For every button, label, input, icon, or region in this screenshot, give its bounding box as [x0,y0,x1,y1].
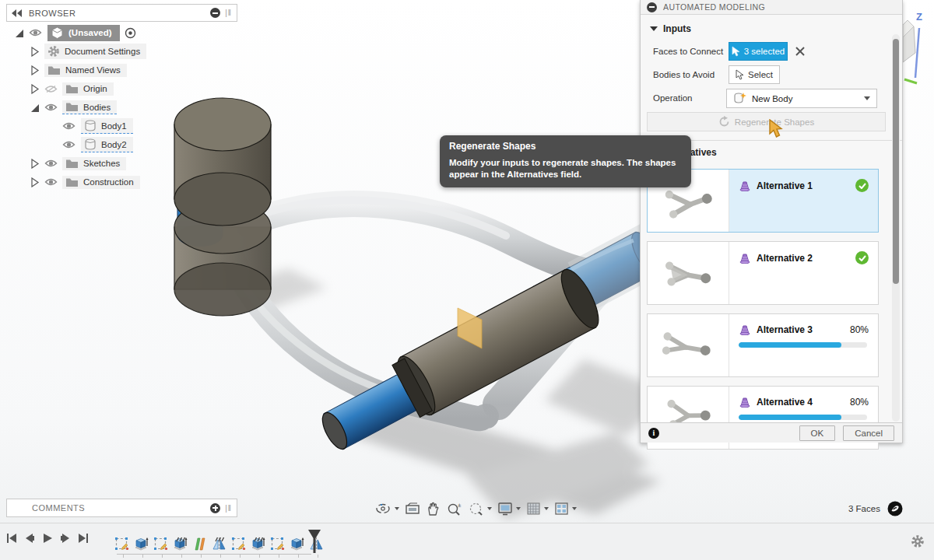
visibility-eye-icon[interactable] [44,103,58,112]
visibility-eye-icon[interactable] [62,121,75,131]
browser-panel-header[interactable]: BROWSER |‖ [6,4,237,22]
fusion-logo-icon[interactable] [887,501,903,516]
tree-label: Document Settings [65,47,140,56]
view-navigation-toolbar: ± [374,499,578,518]
operation-dropdown[interactable]: New Body [726,89,877,108]
info-icon[interactable]: i [648,428,659,439]
visibility-eye-icon[interactable] [44,177,58,187]
dropdown-caret-icon[interactable] [544,507,549,510]
cancel-button[interactable]: Cancel [843,425,894,441]
timeline-feature-mirror-icon[interactable] [211,537,227,551]
tree-row-body1[interactable]: Body1 [62,117,240,135]
collapse-panel-icon[interactable] [12,9,23,17]
clear-selection-icon[interactable] [795,46,806,57]
go-to-end-button[interactable] [78,533,89,544]
timeline-position-marker[interactable] [307,529,321,554]
go-to-start-button[interactable] [6,533,17,544]
viewcube[interactable]: Z [903,6,934,96]
timeline-tick [220,555,221,558]
visibility-eye-icon[interactable] [29,28,42,37]
tree-row-named-views[interactable]: Named Views [30,61,240,79]
timeline-tick [201,555,202,558]
timeline-feature-sketch-icon[interactable] [153,537,169,551]
tree-label: Body1 [101,121,127,131]
timeline-feature-extrude-icon[interactable] [250,537,266,551]
dropdown-caret-icon[interactable] [572,507,577,510]
expander-collapsed-icon[interactable] [30,47,40,57]
browser-grip-icon[interactable]: |‖ [225,9,232,17]
expander-collapsed-icon[interactable] [30,159,40,169]
zoom-window-button[interactable] [467,501,493,517]
folder-icon [65,159,79,169]
panel-header[interactable]: AUTOMATED MODELING [641,0,902,15]
panel-scrollbar[interactable] [892,34,900,422]
tooltip-title: Regenerate Shapes [449,141,682,152]
zoom-window-icon [468,502,484,516]
add-comment-icon[interactable] [210,503,220,513]
timeline-feature-combine-icon[interactable] [191,537,208,551]
display-settings-button[interactable] [497,501,521,516]
viewports-button[interactable] [553,501,578,516]
grid-settings-button[interactable] [525,501,550,516]
alternative-card-2[interactable]: Alternative 2 [647,241,879,305]
document-cube-icon [51,26,64,40]
inputs-section-header[interactable]: Inputs [650,23,691,34]
tree-row-sketches[interactable]: Sketches [30,154,240,173]
zoom-button[interactable]: ± [445,501,463,517]
faces-selected-button[interactable]: 3 selected [729,42,788,61]
visibility-hidden-eye-icon[interactable] [44,84,58,94]
document-selection[interactable]: (Unsaved) [47,25,120,41]
comments-grip-icon[interactable]: |‖ [225,504,232,513]
ok-button[interactable]: OK [799,425,836,441]
timeline-feature-extrude-icon[interactable] [172,537,188,551]
timeline-tick [123,555,124,558]
timeline-feature-sketch-icon[interactable] [230,537,247,551]
expander-collapsed-icon[interactable] [30,177,40,187]
tree-row-body2[interactable]: Body2 [62,135,240,154]
timeline-feature-extrude-icon[interactable] [289,537,305,551]
expander-collapsed-icon[interactable] [30,84,40,94]
dropdown-caret-icon [864,96,870,100]
look-at-button[interactable] [404,501,421,516]
timeline-settings-gear-icon[interactable] [911,534,925,548]
timeline-feature-extrude-icon[interactable] [133,537,149,551]
dropdown-caret-icon[interactable] [516,507,521,510]
visibility-eye-icon[interactable] [44,159,58,168]
timeline-feature-sketch-icon[interactable] [114,537,130,551]
bodies-select-button[interactable]: Select [729,65,780,84]
play-button[interactable] [42,533,53,544]
tree-label: Bodies [83,103,111,112]
orbit-button[interactable] [374,500,400,517]
faces-count-label: 3 Faces [848,504,880,513]
tree-row-construction[interactable]: Construction [30,173,240,191]
tree-row-origin[interactable]: Origin [30,79,240,98]
dropdown-caret-icon[interactable] [395,507,399,510]
tree-row-document-settings[interactable]: Document Settings [30,42,240,61]
alternative-card-3[interactable]: Alternative 3 80% [647,313,879,377]
dropdown-caret-icon[interactable] [487,507,492,510]
step-back-button[interactable] [24,533,35,544]
visibility-eye-icon[interactable] [62,140,75,149]
grid-icon [526,502,541,516]
activate-radio-icon[interactable] [125,27,136,39]
expander-expanded-icon[interactable] [30,103,40,113]
timeline-tick [162,555,163,558]
expander-expanded-icon[interactable] [14,28,24,38]
panel-scrollbar-thumb[interactable] [893,39,899,284]
tree-row-bodies[interactable]: Bodies [30,98,240,117]
minimize-panel-icon[interactable] [647,2,657,12]
selection-status: 3 Faces [848,501,903,516]
regenerate-shapes-button[interactable]: Regenerate Shapes [647,112,886,131]
comments-title: COMMENTS [32,503,210,513]
tree-row-document[interactable]: (Unsaved) [14,23,240,42]
step-forward-button[interactable] [60,533,71,544]
expander-collapsed-icon[interactable] [30,65,40,75]
minimize-browser-icon[interactable] [210,8,220,18]
comments-panel-header[interactable]: COMMENTS |‖ [6,499,237,517]
section-collapse-icon[interactable] [650,26,658,31]
panel-title: AUTOMATED MODELING [663,2,765,12]
folder-icon [65,102,79,112]
pan-button[interactable] [425,501,441,517]
timeline-feature-sketch-icon[interactable] [269,537,286,551]
settings-gear-icon [47,45,60,58]
